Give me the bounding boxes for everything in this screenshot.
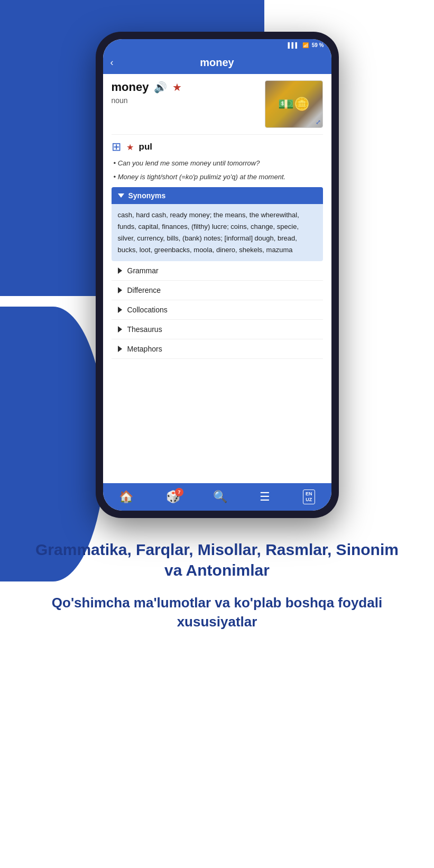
word-info: money 🔊 ★ noun	[112, 80, 265, 105]
synonyms-body: cash, hard cash, ready money; the means,…	[112, 204, 323, 261]
home-icon: 🏠	[119, 490, 133, 504]
collapsible-difference[interactable]: Difference	[112, 281, 323, 300]
word-main-title: money	[112, 80, 149, 94]
example-sentence-1: • Can you lend me some money until tomor…	[112, 158, 323, 169]
collapsible-grammar[interactable]: Grammar	[112, 261, 323, 281]
nav-list[interactable]: ☰	[260, 490, 270, 504]
definition-header: ⊞ ★ pul	[112, 140, 323, 154]
collapsible-metaphors[interactable]: Metaphors	[112, 339, 323, 359]
collapsible-thesaurus[interactable]: Thesaurus	[112, 320, 323, 339]
phone-wrapper: ▌▌▌ 📶 59 % ‹ money money 🔊 ★	[0, 0, 434, 518]
grammar-label: Grammar	[127, 266, 159, 275]
translation-word: pul	[139, 142, 153, 152]
app-header: ‹ money	[103, 51, 331, 74]
battery-indicator: 59 %	[312, 42, 324, 48]
phone-screen: ▌▌▌ 📶 59 % ‹ money money 🔊 ★	[103, 39, 331, 511]
word-entry: money 🔊 ★ noun 💵🪙 ⤢	[112, 80, 323, 128]
metaphors-label: Metaphors	[127, 345, 162, 353]
def-star-icon[interactable]: ★	[126, 142, 134, 152]
back-button[interactable]: ‹	[110, 57, 114, 68]
content-area: money 🔊 ★ noun 💵🪙 ⤢ ⊞ ★	[103, 74, 331, 483]
phone-device: ▌▌▌ 📶 59 % ‹ money money 🔊 ★	[96, 32, 339, 518]
money-image-visual: 💵🪙	[265, 81, 322, 127]
thesaurus-label: Thesaurus	[127, 325, 162, 334]
grammar-expand-icon	[118, 267, 122, 274]
synonyms-label: Synonyms	[128, 191, 166, 200]
collocations-expand-icon	[118, 307, 122, 313]
definition-section: ⊞ ★ pul • Can you lend me some money unt…	[112, 134, 323, 182]
collapsible-collocations[interactable]: Collocations	[112, 300, 323, 320]
metaphors-expand-icon	[118, 346, 122, 352]
synonyms-header[interactable]: Synonyms	[112, 187, 323, 204]
nav-home[interactable]: 🏠	[119, 490, 133, 504]
nav-games[interactable]: 🎲 7	[166, 490, 180, 504]
status-bar: ▌▌▌ 📶 59 %	[103, 39, 331, 51]
wifi-icon: 📶	[302, 42, 309, 48]
main-tagline: Grammatika, Farqlar, Misollar, Rasmlar, …	[32, 539, 402, 580]
bottom-text-section: Grammatika, Farqlar, Misollar, Rasmlar, …	[0, 518, 434, 653]
sub-tagline: Qo'shimcha ma'lumotlar va ko'plab boshqa…	[32, 593, 402, 632]
signal-icon: ▌▌▌	[288, 42, 299, 48]
synonyms-container: Synonyms cash, hard cash, ready money; t…	[112, 187, 323, 261]
word-image[interactable]: 💵🪙 ⤢	[265, 80, 323, 128]
example-sentence-2: • Money is tight/short (=ko'p pulimiz yo…	[112, 172, 323, 182]
games-badge: 7	[175, 488, 183, 496]
search-icon: 🔍	[213, 490, 227, 504]
difference-label: Difference	[127, 286, 161, 294]
collapse-icon	[118, 193, 124, 198]
add-to-list-icon[interactable]: ⊞	[112, 140, 121, 154]
thesaurus-expand-icon	[118, 326, 122, 333]
word-pos: noun	[112, 96, 265, 105]
word-title-row: money 🔊 ★	[112, 80, 265, 94]
list-icon: ☰	[260, 490, 270, 504]
favorite-button[interactable]: ★	[172, 81, 182, 94]
collocations-label: Collocations	[127, 306, 168, 314]
sound-button[interactable]: 🔊	[154, 81, 167, 94]
bottom-navigation: 🏠 🎲 7 🔍 ☰ ENUZ	[103, 483, 331, 511]
expand-icon[interactable]: ⤢	[316, 118, 321, 126]
header-title: money	[200, 57, 234, 69]
language-switcher[interactable]: ENUZ	[303, 490, 315, 504]
difference-expand-icon	[118, 287, 122, 293]
nav-search[interactable]: 🔍	[213, 490, 227, 504]
nav-language[interactable]: ENUZ	[303, 490, 315, 504]
